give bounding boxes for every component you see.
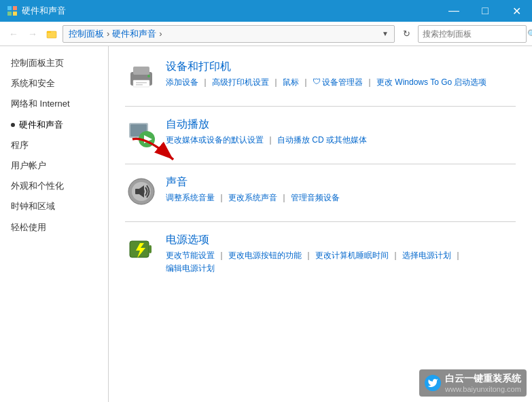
folder-icon <box>46 29 57 39</box>
title-bar-icon <box>7 5 18 16</box>
sidebar-item-system[interactable]: 系统和安全 <box>0 73 108 94</box>
svg-point-11 <box>147 75 150 77</box>
close-button[interactable]: ✕ <box>501 0 532 22</box>
sidebar-item-clock[interactable]: 时钟和区域 <box>0 196 108 217</box>
autoplay-title[interactable]: 自动播放 <box>166 117 516 132</box>
link-edit-power-plan[interactable]: 编辑电源计划 <box>166 263 215 274</box>
divider-3 <box>125 221 516 222</box>
svg-rect-2 <box>7 12 12 16</box>
title-bar-left: 硬件和声音 <box>7 5 66 17</box>
sound-icon <box>125 175 158 208</box>
sidebar-item-appearance[interactable]: 外观和个性化 <box>0 176 108 196</box>
section-sound: 声音 调整系统音量 ｜ 更改系统声音 ｜ 管理音频设备 <box>125 175 516 208</box>
link-autoplay-cd[interactable]: 自动播放 CD 或其他媒体 <box>277 134 367 146</box>
sidebar-item-programs[interactable]: 程序 <box>0 135 108 156</box>
title-bar-title: 硬件和声音 <box>22 5 66 17</box>
svg-rect-8 <box>133 80 149 87</box>
sidebar-label-users: 用户帐户 <box>11 160 46 172</box>
active-dot <box>11 123 15 127</box>
svg-rect-19 <box>135 189 139 194</box>
svg-rect-22 <box>149 245 152 253</box>
sidebar: 控制面板主页 系统和安全 网络和 Internet 硬件和声音 程序 用户帐户 … <box>0 46 109 402</box>
sidebar-item-users[interactable]: 用户帐户 <box>0 156 108 176</box>
watermark-url: www.baiyunxitong.com <box>445 384 521 394</box>
power-icon <box>125 233 158 266</box>
autoplay-links: 更改媒体或设备的默认设置 ｜ 自动播放 CD 或其他媒体 <box>166 134 516 146</box>
sound-body: 声音 调整系统音量 ｜ 更改系统声音 ｜ 管理音频设备 <box>166 175 516 204</box>
autoplay-body: 自动播放 更改媒体或设备的默认设置 ｜ 自动播放 CD 或其他媒体 <box>166 117 516 146</box>
sidebar-label-ease: 轻松使用 <box>11 221 46 234</box>
sidebar-item-ease[interactable]: 轻松使用 <box>0 217 108 238</box>
devices-body: 设备和打印机 添加设备 ｜ 高级打印机设置 ｜ 鼠标 ｜ 🛡 设备管理器 ｜ 更… <box>166 60 516 88</box>
link-add-device[interactable]: 添加设备 <box>166 77 198 88</box>
devices-links: 添加设备 ｜ 高级打印机设置 ｜ 鼠标 ｜ 🛡 设备管理器 ｜ 更改 Windo… <box>166 77 516 88</box>
maximize-button[interactable]: □ <box>469 0 501 22</box>
link-manage-audio[interactable]: 管理音频设备 <box>291 192 340 204</box>
address-bar: ← → 控制面板 › 硬件和声音 › ▼ ↻ 🔍 <box>0 22 532 46</box>
watermark-brand: 白云一键重装系统 <box>445 372 521 384</box>
up-button[interactable] <box>43 26 60 42</box>
search-input[interactable] <box>423 29 525 39</box>
breadcrumb-controlpanel[interactable]: 控制面板 <box>69 28 104 40</box>
watermark: 白云一键重装系统 www.baiyunxitong.com <box>419 369 527 397</box>
link-power-button[interactable]: 更改电源按钮的功能 <box>228 250 302 261</box>
svg-rect-5 <box>47 31 51 33</box>
divider-2 <box>125 164 516 164</box>
section-autoplay: 自动播放 更改媒体或设备的默认设置 ｜ 自动播放 CD 或其他媒体 <box>125 117 516 150</box>
sidebar-label-home: 控制面板主页 <box>11 57 64 69</box>
title-bar-controls: — □ ✕ <box>438 0 532 22</box>
sidebar-item-hardware[interactable]: 硬件和声音 <box>0 115 108 135</box>
sidebar-label-appearance: 外观和个性化 <box>11 180 64 192</box>
main-container: 控制面板主页 系统和安全 网络和 Internet 硬件和声音 程序 用户帐户 … <box>0 46 532 402</box>
link-power-plan[interactable]: 选择电源计划 <box>402 250 451 261</box>
refresh-button[interactable]: ↻ <box>397 25 415 43</box>
power-links-row1: 更改节能设置 ｜ 更改电源按钮的功能 ｜ 更改计算机睡眠时间 ｜ 选择电源计划 … <box>166 250 516 261</box>
autoplay-icon <box>125 117 158 150</box>
link-printer-settings[interactable]: 高级打印机设置 <box>212 77 269 88</box>
printer-icon <box>125 60 158 92</box>
sidebar-label-system: 系统和安全 <box>11 77 55 90</box>
sidebar-label-network: 网络和 Internet <box>11 98 70 110</box>
devices-title[interactable]: 设备和打印机 <box>166 60 516 74</box>
sound-title[interactable]: 声音 <box>166 175 516 189</box>
divider-1 <box>125 106 516 107</box>
back-button[interactable]: ← <box>5 26 22 42</box>
sidebar-item-home[interactable]: 控制面板主页 <box>0 53 108 73</box>
link-mouse[interactable]: 鼠标 <box>283 77 299 88</box>
sidebar-label-clock: 时钟和区域 <box>11 200 55 213</box>
search-icon: 🔍 <box>527 29 532 39</box>
link-windows-to-go[interactable]: 更改 Windows To Go 启动选项 <box>376 77 486 88</box>
svg-rect-7 <box>133 67 149 75</box>
link-sleep-time[interactable]: 更改计算机睡眠时间 <box>315 250 389 261</box>
watermark-text: 白云一键重装系统 www.baiyunxitong.com <box>445 372 521 394</box>
watermark-icon <box>425 375 441 391</box>
svg-rect-9 <box>136 82 147 84</box>
search-box[interactable]: 🔍 <box>418 25 527 43</box>
power-title[interactable]: 电源选项 <box>166 233 516 247</box>
forward-button[interactable]: → <box>24 26 41 42</box>
sidebar-label-programs: 程序 <box>11 139 29 151</box>
link-device-manager[interactable]: 设备管理器 <box>322 77 363 88</box>
link-change-sounds[interactable]: 更改系统声音 <box>228 192 277 204</box>
address-dropdown[interactable]: ▼ <box>382 30 389 37</box>
sidebar-label-hardware: 硬件和声音 <box>19 119 63 131</box>
section-power: 电源选项 更改节能设置 ｜ 更改电源按钮的功能 ｜ 更改计算机睡眠时间 ｜ 选择… <box>125 233 516 274</box>
content-area: 设备和打印机 添加设备 ｜ 高级打印机设置 ｜ 鼠标 ｜ 🛡 设备管理器 ｜ 更… <box>109 46 532 402</box>
svg-rect-1 <box>13 6 17 10</box>
svg-rect-10 <box>136 84 143 86</box>
section-devices: 设备和打印机 添加设备 ｜ 高级打印机设置 ｜ 鼠标 ｜ 🛡 设备管理器 ｜ 更… <box>125 60 516 92</box>
svg-rect-0 <box>7 6 12 10</box>
minimize-button[interactable]: — <box>438 0 469 22</box>
breadcrumb-hardware[interactable]: 硬件和声音 <box>112 28 156 40</box>
title-bar: 硬件和声音 — □ ✕ <box>0 0 532 22</box>
address-box[interactable]: 控制面板 › 硬件和声音 › ▼ <box>63 25 395 43</box>
link-adjust-volume[interactable]: 调整系统音量 <box>166 192 215 204</box>
power-links-row2: 编辑电源计划 <box>166 263 516 274</box>
link-energy-settings[interactable]: 更改节能设置 <box>166 250 215 261</box>
svg-rect-3 <box>13 12 17 16</box>
link-default-settings[interactable]: 更改媒体或设备的默认设置 <box>166 134 264 146</box>
sound-links: 调整系统音量 ｜ 更改系统声音 ｜ 管理音频设备 <box>166 192 516 204</box>
power-body: 电源选项 更改节能设置 ｜ 更改电源按钮的功能 ｜ 更改计算机睡眠时间 ｜ 选择… <box>166 233 516 274</box>
sidebar-item-network[interactable]: 网络和 Internet <box>0 94 108 114</box>
